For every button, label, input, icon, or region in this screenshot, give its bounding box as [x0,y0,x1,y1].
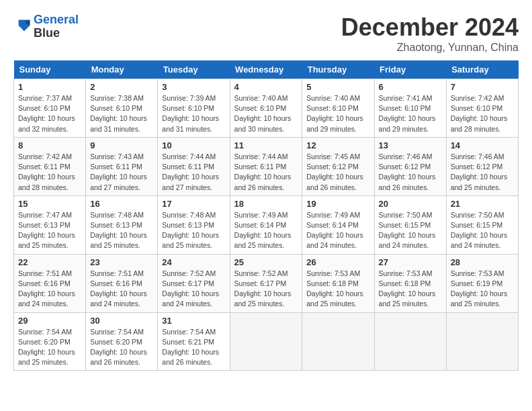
day-number: 20 [379,199,442,209]
calendar-title: December 2024 [341,13,519,42]
calendar-cell: 22Sunrise: 7:51 AMSunset: 6:16 PMDayligh… [14,254,86,312]
calendar-cell: 21Sunrise: 7:50 AMSunset: 6:15 PMDayligh… [446,195,518,254]
weekday-header-wednesday: Wednesday [230,60,302,79]
calendar-cell: 1Sunrise: 7:37 AMSunset: 6:10 PMDaylight… [14,79,86,138]
day-number: 24 [162,257,225,267]
weekday-header-tuesday: Tuesday [158,60,230,79]
calendar-cell [446,312,518,371]
day-info: Sunrise: 7:37 AMSunset: 6:10 PMDaylight:… [18,93,81,134]
day-number: 10 [162,140,225,150]
day-number: 4 [234,82,298,92]
calendar-cell: 23Sunrise: 7:51 AMSunset: 6:16 PMDayligh… [86,254,158,312]
day-number: 9 [90,140,153,150]
day-info: Sunrise: 7:40 AMSunset: 6:10 PMDaylight:… [306,93,369,134]
weekday-header-friday: Friday [374,60,446,79]
calendar-cell: 29Sunrise: 7:54 AMSunset: 6:20 PMDayligh… [14,312,86,371]
day-info: Sunrise: 7:44 AMSunset: 6:11 PMDaylight:… [234,152,298,193]
calendar-cell: 31Sunrise: 7:54 AMSunset: 6:21 PMDayligh… [158,312,230,371]
day-info: Sunrise: 7:48 AMSunset: 6:13 PMDaylight:… [162,210,225,251]
calendar-cell: 11Sunrise: 7:44 AMSunset: 6:11 PMDayligh… [230,137,302,195]
weekday-header-thursday: Thursday [302,60,374,79]
day-number: 22 [18,257,81,267]
weekday-header-monday: Monday [86,60,158,79]
calendar-subtitle: Zhaotong, Yunnan, China [341,42,519,54]
logo: General Blue [13,13,79,40]
calendar-table: SundayMondayTuesdayWednesdayThursdayFrid… [13,60,519,371]
day-info: Sunrise: 7:49 AMSunset: 6:14 PMDaylight:… [234,210,298,251]
day-info: Sunrise: 7:52 AMSunset: 6:17 PMDaylight:… [162,269,225,310]
calendar-cell: 27Sunrise: 7:53 AMSunset: 6:18 PMDayligh… [374,254,446,312]
day-info: Sunrise: 7:54 AMSunset: 6:21 PMDaylight:… [162,327,225,368]
day-number: 17 [162,199,225,209]
day-number: 16 [90,199,153,209]
weekday-header-sunday: Sunday [14,60,86,79]
day-number: 8 [18,140,81,150]
day-number: 15 [18,199,81,209]
day-info: Sunrise: 7:50 AMSunset: 6:15 PMDaylight:… [451,210,514,251]
day-info: Sunrise: 7:51 AMSunset: 6:16 PMDaylight:… [18,269,81,310]
calendar-week-2: 8Sunrise: 7:42 AMSunset: 6:11 PMDaylight… [14,137,519,195]
calendar-cell: 20Sunrise: 7:50 AMSunset: 6:15 PMDayligh… [374,195,446,254]
day-number: 13 [379,140,442,150]
day-number: 1 [18,82,81,92]
logo-icon [15,16,34,35]
calendar-cell: 9Sunrise: 7:43 AMSunset: 6:11 PMDaylight… [86,137,158,195]
day-number: 18 [234,199,298,209]
calendar-cell [302,312,374,371]
calendar-cell: 16Sunrise: 7:48 AMSunset: 6:13 PMDayligh… [86,195,158,254]
day-number: 11 [234,140,298,150]
day-info: Sunrise: 7:47 AMSunset: 6:13 PMDaylight:… [18,210,81,251]
calendar-cell: 12Sunrise: 7:45 AMSunset: 6:12 PMDayligh… [302,137,374,195]
calendar-cell: 13Sunrise: 7:46 AMSunset: 6:12 PMDayligh… [374,137,446,195]
day-info: Sunrise: 7:48 AMSunset: 6:13 PMDaylight:… [90,210,153,251]
day-info: Sunrise: 7:41 AMSunset: 6:10 PMDaylight:… [379,93,442,134]
calendar-cell [230,312,302,371]
day-number: 12 [306,140,369,150]
calendar-week-4: 22Sunrise: 7:51 AMSunset: 6:16 PMDayligh… [14,254,519,312]
calendar-cell: 28Sunrise: 7:53 AMSunset: 6:19 PMDayligh… [446,254,518,312]
calendar-cell: 3Sunrise: 7:39 AMSunset: 6:10 PMDaylight… [158,79,230,138]
day-number: 23 [90,257,153,267]
day-number: 28 [451,257,514,267]
day-number: 19 [306,199,369,209]
day-number: 27 [379,257,442,267]
calendar-cell: 10Sunrise: 7:44 AMSunset: 6:11 PMDayligh… [158,137,230,195]
calendar-cell: 4Sunrise: 7:40 AMSunset: 6:10 PMDaylight… [230,79,302,138]
calendar-cell: 30Sunrise: 7:54 AMSunset: 6:20 PMDayligh… [86,312,158,371]
calendar-cell: 7Sunrise: 7:42 AMSunset: 6:10 PMDaylight… [446,79,518,138]
day-info: Sunrise: 7:44 AMSunset: 6:11 PMDaylight:… [162,152,225,193]
day-info: Sunrise: 7:45 AMSunset: 6:12 PMDaylight:… [306,152,369,193]
day-info: Sunrise: 7:42 AMSunset: 6:11 PMDaylight:… [18,152,81,193]
day-info: Sunrise: 7:39 AMSunset: 6:10 PMDaylight:… [162,93,225,134]
day-info: Sunrise: 7:38 AMSunset: 6:10 PMDaylight:… [90,93,153,134]
day-info: Sunrise: 7:50 AMSunset: 6:15 PMDaylight:… [379,210,442,251]
day-info: Sunrise: 7:54 AMSunset: 6:20 PMDaylight:… [18,327,81,368]
calendar-cell: 5Sunrise: 7:40 AMSunset: 6:10 PMDaylight… [302,79,374,138]
calendar-cell: 25Sunrise: 7:52 AMSunset: 6:17 PMDayligh… [230,254,302,312]
day-info: Sunrise: 7:46 AMSunset: 6:12 PMDaylight:… [451,152,514,193]
day-number: 6 [379,82,442,92]
day-info: Sunrise: 7:42 AMSunset: 6:10 PMDaylight:… [451,93,514,134]
calendar-cell: 8Sunrise: 7:42 AMSunset: 6:11 PMDaylight… [14,137,86,195]
day-number: 5 [306,82,369,92]
calendar-week-5: 29Sunrise: 7:54 AMSunset: 6:20 PMDayligh… [14,312,519,371]
calendar-cell: 6Sunrise: 7:41 AMSunset: 6:10 PMDaylight… [374,79,446,138]
day-info: Sunrise: 7:53 AMSunset: 6:18 PMDaylight:… [379,269,442,310]
day-number: 14 [451,140,514,150]
day-number: 29 [18,316,81,326]
page-header: General Blue December 2024 Zhaotong, Yun… [13,13,519,54]
day-number: 7 [451,82,514,92]
day-number: 25 [234,257,298,267]
calendar-cell: 15Sunrise: 7:47 AMSunset: 6:13 PMDayligh… [14,195,86,254]
calendar-cell: 2Sunrise: 7:38 AMSunset: 6:10 PMDaylight… [86,79,158,138]
calendar-week-3: 15Sunrise: 7:47 AMSunset: 6:13 PMDayligh… [14,195,519,254]
day-info: Sunrise: 7:51 AMSunset: 6:16 PMDaylight:… [90,269,153,310]
day-info: Sunrise: 7:53 AMSunset: 6:18 PMDaylight:… [306,269,369,310]
logo-text: General Blue [34,13,79,40]
calendar-cell: 19Sunrise: 7:49 AMSunset: 6:14 PMDayligh… [302,195,374,254]
day-number: 21 [451,199,514,209]
day-number: 2 [90,82,153,92]
day-info: Sunrise: 7:52 AMSunset: 6:17 PMDaylight:… [234,269,298,310]
weekday-header-saturday: Saturday [446,60,518,79]
day-info: Sunrise: 7:54 AMSunset: 6:20 PMDaylight:… [90,327,153,368]
